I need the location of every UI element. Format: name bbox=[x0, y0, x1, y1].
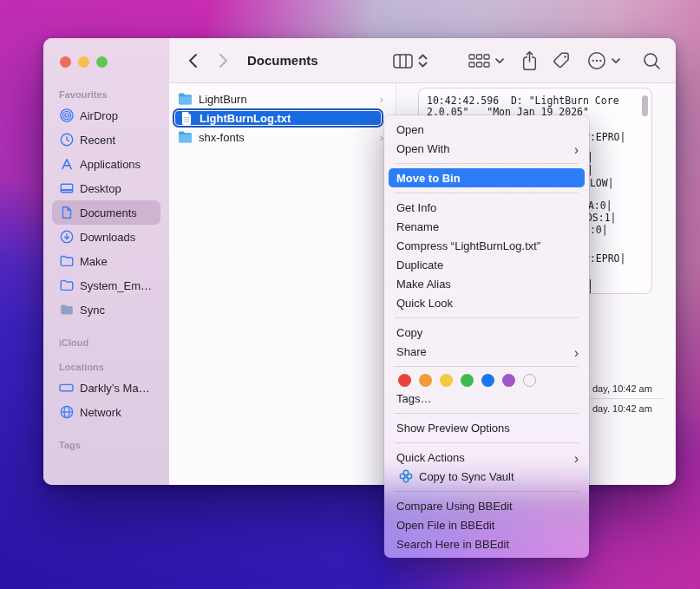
file-date-fragment: day, 10:42 am bbox=[592, 383, 652, 394]
folder-icon bbox=[59, 254, 74, 269]
group-by-icon[interactable] bbox=[468, 52, 491, 69]
menu-item-quick-look[interactable]: Quick Look bbox=[384, 293, 589, 312]
menu-item-copy-to-sync-vault[interactable]: Copy to Sync Vault bbox=[384, 467, 589, 486]
menu-item-label: Duplicate bbox=[396, 259, 443, 272]
file-date-fragment: day. 10:42 am bbox=[592, 403, 652, 414]
sidebar-item-downloads[interactable]: Downloads bbox=[43, 225, 169, 249]
sidebar-item-label: Network bbox=[80, 406, 121, 419]
menu-item-open-file-in-bbedit[interactable]: Open File in BBEdit bbox=[384, 515, 589, 534]
group-by-chevron-icon[interactable] bbox=[494, 56, 505, 66]
menu-item-get-info[interactable]: Get Info bbox=[384, 198, 589, 217]
menu-item-label: Open bbox=[396, 123, 424, 136]
menu-item-label: Open File in BBEdit bbox=[396, 519, 494, 532]
globe-icon bbox=[59, 405, 74, 420]
preview-fragment: P:EPRO| bbox=[584, 253, 625, 265]
file-row-lightburnlog-selected[interactable]: LightBurnLog.txt bbox=[173, 108, 383, 128]
menu-item-rename[interactable]: Rename bbox=[384, 217, 589, 236]
folder-icon bbox=[178, 92, 193, 106]
preview-scrollbar[interactable] bbox=[642, 95, 648, 116]
sidebar-item-applications[interactable]: Applications bbox=[43, 152, 169, 176]
clock-icon bbox=[59, 133, 74, 147]
view-stepper-icon[interactable] bbox=[416, 51, 429, 70]
menu-divider bbox=[395, 366, 579, 367]
menu-item-share[interactable]: Share› bbox=[384, 342, 589, 361]
sidebar-item-label: Darkly’s Ma… bbox=[80, 382, 150, 395]
menu-item-compare-using-bbedit[interactable]: Compare Using BBEdit bbox=[384, 496, 589, 515]
airdrop-icon bbox=[59, 108, 74, 123]
menu-item-label: Compare Using BBEdit bbox=[396, 500, 513, 513]
more-actions-chevron-icon[interactable] bbox=[611, 56, 621, 66]
menu-item-label: Tags… bbox=[396, 392, 431, 405]
menu-item-label: Rename bbox=[396, 220, 439, 233]
menu-item-open-with[interactable]: Open With› bbox=[384, 139, 589, 158]
menu-item-label: Quick Actions bbox=[396, 451, 465, 464]
sidebar-item-recent[interactable]: Recent bbox=[43, 128, 169, 152]
close-window-button[interactable] bbox=[60, 56, 71, 68]
tag-icon[interactable] bbox=[551, 50, 573, 71]
sidebar-item-label: AirDrop bbox=[80, 109, 118, 122]
menu-divider bbox=[395, 317, 579, 318]
menu-item-label: Search Here in BBEdit bbox=[396, 538, 509, 551]
context-menu: Open Open With› Move to Bin Get Info Ren… bbox=[384, 115, 589, 558]
submenu-chevron-icon: › bbox=[574, 141, 579, 155]
menu-item-label: Make Alias bbox=[396, 278, 451, 291]
file-row-shx-fonts[interactable]: shx-fonts › bbox=[169, 128, 396, 147]
tag-blue[interactable] bbox=[481, 374, 494, 387]
menu-divider bbox=[395, 163, 579, 164]
sidebar-item-desktop[interactable]: Desktop bbox=[43, 176, 169, 200]
tag-none[interactable] bbox=[523, 374, 536, 387]
more-actions-icon[interactable] bbox=[586, 50, 608, 71]
file-list-column: LightBurn › LightBurnLog.txt shx-fonts › bbox=[169, 83, 396, 485]
text-file-icon bbox=[179, 111, 193, 125]
desktop-icon bbox=[59, 181, 74, 196]
column-view-icon[interactable] bbox=[391, 51, 414, 70]
menu-item-label: Quick Look bbox=[396, 297, 453, 310]
sidebar-item-documents[interactable]: Documents bbox=[52, 200, 160, 225]
tag-color-row bbox=[384, 371, 589, 389]
sidebar-item-make[interactable]: Make bbox=[43, 249, 169, 273]
menu-item-make-alias[interactable]: Make Alias bbox=[384, 274, 589, 293]
display-icon bbox=[59, 381, 74, 396]
forward-button[interactable] bbox=[213, 49, 235, 72]
sidebar-section-icloud: iCloud bbox=[43, 334, 169, 351]
menu-item-search-here-in-bbedit[interactable]: Search Here in BBEdit bbox=[384, 534, 589, 553]
menu-item-compress[interactable]: Compress “LightBurnLog.txt” bbox=[384, 236, 589, 255]
menu-item-copy[interactable]: Copy bbox=[384, 323, 589, 342]
sync-vault-icon bbox=[398, 469, 413, 484]
submenu-chevron-icon: › bbox=[574, 449, 579, 464]
search-icon[interactable] bbox=[640, 49, 663, 72]
sidebar-section-tags: Tags bbox=[43, 436, 169, 454]
menu-item-tags[interactable]: Tags… bbox=[384, 389, 589, 408]
desktop: Favourites AirDrop Recent Applications D… bbox=[0, 0, 700, 589]
back-button[interactable] bbox=[181, 49, 204, 72]
file-name: LightBurnLog.txt bbox=[200, 112, 291, 125]
sidebar-item-airdrop[interactable]: AirDrop bbox=[43, 103, 169, 128]
menu-item-move-to-bin[interactable]: Move to Bin bbox=[389, 168, 585, 187]
menu-item-label: Copy bbox=[396, 326, 422, 339]
menu-item-show-preview-options[interactable]: Show Preview Options bbox=[384, 418, 589, 437]
menu-divider bbox=[395, 491, 579, 492]
tag-yellow[interactable] bbox=[440, 374, 453, 387]
menu-divider bbox=[395, 193, 579, 193]
submenu-chevron-icon: › bbox=[574, 344, 579, 358]
sidebar-item-darklys-mac[interactable]: Darkly’s Ma… bbox=[43, 376, 169, 400]
tag-green[interactable] bbox=[461, 374, 474, 387]
minimize-window-button[interactable] bbox=[78, 56, 89, 68]
tag-red[interactable] bbox=[398, 374, 411, 387]
menu-item-quick-actions[interactable]: Quick Actions› bbox=[384, 448, 589, 467]
tag-orange[interactable] bbox=[419, 374, 432, 387]
document-icon bbox=[59, 206, 74, 220]
menu-item-open[interactable]: Open bbox=[384, 120, 589, 139]
sidebar-item-network[interactable]: Network bbox=[43, 400, 169, 424]
tag-purple[interactable] bbox=[502, 374, 515, 387]
sidebar-item-system-em[interactable]: System_Em… bbox=[43, 273, 169, 298]
sidebar-list: Favourites AirDrop Recent Applications D… bbox=[43, 82, 169, 454]
download-icon bbox=[59, 230, 74, 245]
file-row-lightburn[interactable]: LightBurn › bbox=[169, 89, 396, 108]
menu-item-duplicate[interactable]: Duplicate bbox=[384, 255, 589, 274]
zoom-window-button[interactable] bbox=[96, 56, 108, 68]
sidebar-section-favourites: Favourites bbox=[43, 86, 169, 103]
sidebar-item-sync[interactable]: Sync bbox=[43, 298, 169, 322]
share-icon[interactable] bbox=[518, 49, 540, 73]
menu-item-label: Copy to Sync Vault bbox=[419, 470, 514, 483]
